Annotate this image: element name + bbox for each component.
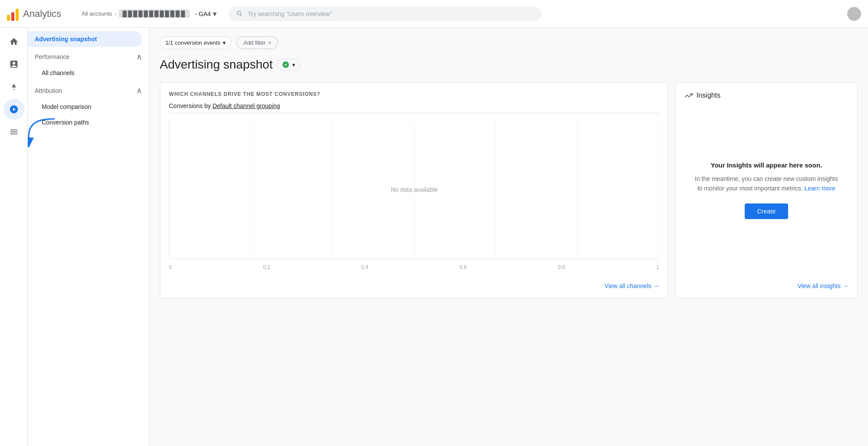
header-actions [847, 7, 861, 21]
chart-title-part1: Conversions by [169, 102, 211, 109]
chart-title-part2[interactable]: Default channel grouping [212, 102, 280, 109]
insights-trend-icon [684, 91, 693, 100]
breadcrumb-chevron: › [115, 10, 116, 17]
search-placeholder[interactable]: Try searching "Users overview" [248, 10, 332, 17]
chart-container: No data available [169, 120, 659, 259]
add-filter-button[interactable]: Add filter + [237, 36, 278, 49]
property-selector[interactable]: - GA4 ▾ [195, 9, 217, 19]
nav-performance-label: Performance [35, 53, 69, 60]
conversion-events-dropdown-icon[interactable]: ▾ [223, 39, 226, 46]
insights-header: Insights [684, 91, 848, 100]
nav-conversion-paths[interactable]: Conversion paths [28, 115, 149, 130]
icon-sidebar [0, 28, 28, 446]
chart-x-labels: 0 0.2 0.4 0.6 0.8 1 [169, 264, 659, 270]
status-dropdown-arrow[interactable]: ▾ [292, 62, 295, 68]
status-check-icon [282, 61, 290, 69]
x-label-04: 0.4 [361, 264, 369, 270]
insights-card: Insights Your Insights will appear here … [675, 82, 858, 298]
logo-bar-3 [16, 9, 19, 21]
x-label-0: 0 [169, 264, 172, 270]
view-all-insights-arrow: → [842, 282, 848, 289]
filter-bar: 1/1 conversion events ▾ Add filter + [160, 36, 858, 49]
left-nav: Advertising snapshot Performance ∧ All c… [28, 28, 149, 446]
learn-more-link[interactable]: Learn more [805, 185, 836, 192]
property-dropdown-arrow[interactable]: ▾ [213, 9, 217, 19]
ga4-label: - GA4 [195, 10, 211, 17]
all-accounts-label[interactable]: All accounts [82, 10, 112, 17]
page-title-row: Advertising snapshot ▾ [160, 58, 858, 72]
sidebar-item-explore[interactable] [3, 76, 24, 97]
nav-model-comparison-label: Model comparison [42, 103, 91, 110]
sidebar-item-home[interactable] [3, 31, 24, 52]
nav-advertising-snapshot-label: Advertising snapshot [35, 36, 97, 43]
search-input-wrap[interactable]: Try searching "Users overview" [229, 7, 541, 21]
grid-line-5 [496, 120, 578, 259]
app-title: Analytics [23, 8, 61, 20]
search-bar[interactable]: Try searching "Users overview" [229, 7, 541, 21]
content-area: 1/1 conversion events ▾ Add filter + Adv… [149, 28, 868, 446]
insights-title: Insights [696, 92, 720, 99]
add-filter-label: Add filter [243, 39, 265, 46]
nav-attribution-label: Attribution [35, 87, 62, 94]
logo-bar-2 [11, 12, 14, 21]
nav-advertising-snapshot[interactable]: Advertising snapshot [28, 31, 142, 47]
view-all-channels-link[interactable]: View all channels → [604, 282, 659, 289]
nav-performance-section[interactable]: Performance ∧ [28, 47, 149, 65]
chart-no-data: No data available [391, 186, 438, 193]
attribution-collapse-icon[interactable]: ∧ [136, 86, 142, 95]
analytics-logo [7, 7, 19, 21]
page-title: Advertising snapshot [160, 58, 273, 72]
add-filter-icon: + [268, 39, 272, 46]
view-all-channels-arrow: → [653, 282, 659, 289]
insights-empty-body: In the meantime, you can create new cust… [693, 174, 840, 193]
account-breadcrumb[interactable]: All accounts › ████████████ [82, 10, 190, 18]
view-all-insights-link[interactable]: View all insights → [798, 282, 848, 289]
conversion-events-label: 1/1 conversion events [165, 39, 220, 46]
grid-line-2 [251, 120, 333, 259]
nav-all-channels[interactable]: All channels [28, 65, 149, 81]
x-label-06: 0.6 [459, 264, 467, 270]
property-name-blurred: ████████████ [119, 10, 190, 18]
create-button[interactable]: Create [745, 203, 788, 219]
cards-row: WHICH CHANNELS DRIVE THE MOST CONVERSION… [160, 82, 858, 298]
view-all-insights-label: View all insights [798, 282, 841, 289]
nav-all-channels-label: All channels [42, 69, 75, 76]
insights-empty-state: Your Insights will appear here soon. In … [684, 108, 848, 272]
logo-area: Analytics [7, 7, 76, 21]
nav-model-comparison[interactable]: Model comparison [28, 99, 149, 115]
x-label-1: 1 [656, 264, 659, 270]
sidebar-item-reports[interactable] [3, 54, 24, 75]
logo-bar-1 [7, 15, 10, 21]
chart-title: Conversions by Default channel grouping [169, 102, 659, 113]
top-header: Analytics All accounts › ████████████ - … [0, 0, 868, 28]
x-label-08: 0.8 [558, 264, 565, 270]
section-label: WHICH CHANNELS DRIVE THE MOST CONVERSION… [169, 91, 659, 97]
main-chart-card: WHICH CHANNELS DRIVE THE MOST CONVERSION… [160, 82, 668, 298]
status-badge[interactable]: ▾ [277, 59, 300, 71]
sidebar-item-configure[interactable] [3, 121, 24, 142]
sidebar-item-advertising[interactable] [3, 99, 24, 120]
performance-collapse-icon[interactable]: ∧ [136, 52, 142, 62]
insights-empty-title: Your Insights will appear here soon. [711, 161, 822, 169]
nav-conversion-paths-label: Conversion paths [42, 119, 89, 126]
x-label-02: 0.2 [263, 264, 270, 270]
nav-attribution-section[interactable]: Attribution ∧ [28, 81, 149, 99]
view-all-channels-label: View all channels [604, 282, 651, 289]
main-layout: Advertising snapshot Performance ∧ All c… [0, 28, 868, 446]
grid-line-6 [578, 120, 659, 259]
search-icon [236, 10, 244, 18]
conversion-events-filter[interactable]: 1/1 conversion events ▾ [160, 36, 231, 49]
user-avatar[interactable] [847, 7, 861, 21]
grid-line-1 [169, 120, 251, 259]
